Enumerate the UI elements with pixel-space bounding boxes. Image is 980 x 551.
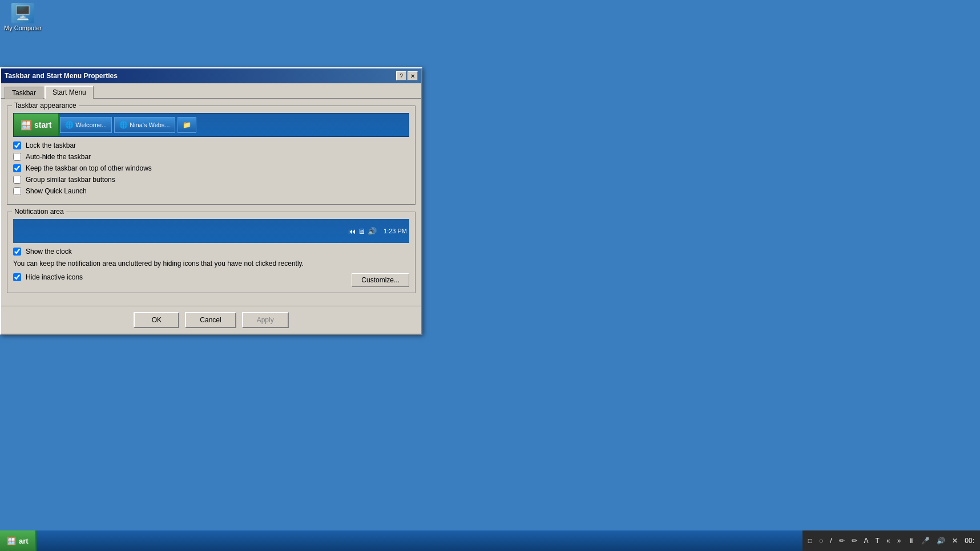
group-similar-row: Group similar taskbar buttons <box>13 176 409 184</box>
ann-text-t-icon[interactable]: T <box>873 536 882 546</box>
apply-button[interactable]: Apply <box>242 312 289 328</box>
ann-square-icon[interactable]: □ <box>806 536 814 546</box>
tab-taskbar[interactable]: Taskbar <box>5 87 43 99</box>
show-clock-label: Show the clock <box>26 248 72 256</box>
hide-inactive-checkbox-row: Hide inactive icons <box>13 273 352 281</box>
hide-inactive-label: Hide inactive icons <box>26 273 83 281</box>
auto-hide-checkbox[interactable] <box>13 153 21 161</box>
taskbar-preview-item-2: 🌐 Nina's Webs... <box>114 117 175 133</box>
show-clock-checkbox[interactable] <box>13 248 21 256</box>
ann-volume-icon[interactable]: 🔊 <box>934 536 947 546</box>
title-bar-buttons: ? ✕ <box>396 71 418 80</box>
windows-logo-taskbar: 🪟 <box>7 537 16 545</box>
show-quick-launch-label: Show Quick Launch <box>26 187 87 195</box>
taskbar-preview-item-1: 🌐 Welcome... <box>60 117 112 133</box>
ann-clock: 00: <box>962 536 977 546</box>
auto-hide-row: Auto-hide the taskbar <box>13 153 409 161</box>
title-bar: Taskbar and Start Menu Properties ? ✕ <box>1 68 421 83</box>
windows-logo: 🪟 <box>21 120 32 131</box>
hide-inactive-checkbox[interactable] <box>13 273 21 281</box>
start-button[interactable]: 🪟 art <box>0 530 37 551</box>
ann-text-a-icon[interactable]: A <box>862 536 871 546</box>
lock-taskbar-row: Lock the taskbar <box>13 141 409 149</box>
taskbar-preview: 🪟 start 🌐 Welcome... 🌐 Nina's Webs... 📁 <box>13 113 409 137</box>
notification-info-text: You can keep the notification area unclu… <box>13 259 409 269</box>
keep-on-top-checkbox[interactable] <box>13 164 21 172</box>
ann-mic-icon[interactable]: 🎤 <box>919 536 932 546</box>
tab-content: Taskbar appearance 🪟 start 🌐 Welcome... … <box>1 98 421 306</box>
notification-area-section: Notification area ⏮ 🖥 🔊 1:23 PM Show the… <box>7 212 416 293</box>
notification-area-title: Notification area <box>12 208 66 216</box>
lock-taskbar-checkbox[interactable] <box>13 141 21 149</box>
start-label-taskbar: art <box>19 537 29 545</box>
folder-icon: 📁 <box>183 121 191 129</box>
tab-bar: Taskbar Start Menu <box>1 83 421 98</box>
taskbar-preview-item-3: 📁 <box>178 117 196 133</box>
show-clock-row: Show the clock <box>13 248 409 256</box>
dialog-buttons: OK Cancel Apply <box>1 306 421 334</box>
collapse-arrows-icon: ⏮ <box>348 227 356 236</box>
show-quick-launch-checkbox[interactable] <box>13 187 21 195</box>
ann-line-icon[interactable]: / <box>828 536 834 546</box>
auto-hide-label: Auto-hide the taskbar <box>26 153 91 161</box>
my-computer-label: My Computer <box>4 25 42 31</box>
ann-close-icon[interactable]: ✕ <box>950 536 960 546</box>
tab-start-menu[interactable]: Start Menu <box>45 86 94 99</box>
ann-highlight-icon[interactable]: ✏ <box>849 536 860 546</box>
ann-prev-icon[interactable]: « <box>884 536 893 546</box>
ann-next-icon[interactable]: » <box>895 536 904 546</box>
group-similar-checkbox[interactable] <box>13 176 21 184</box>
welcome-icon: 🌐 <box>65 121 74 129</box>
ann-pause-icon[interactable]: ⏸ <box>905 536 917 546</box>
taskbar: 🪟 art □ ○ / ✏ ✏ A T « » ⏸ 🎤 🔊 ✕ 00: <box>0 530 980 551</box>
keep-on-top-row: Keep the taskbar on top of other windows <box>13 164 409 172</box>
volume-icon: 🔊 <box>368 227 377 236</box>
notification-preview: ⏮ 🖥 🔊 1:23 PM <box>13 219 409 243</box>
notification-time: 1:23 PM <box>384 228 407 234</box>
start-label: start <box>34 120 51 129</box>
desktop-icon-my-computer[interactable]: My Computer <box>3 3 43 31</box>
show-quick-launch-row: Show Quick Launch <box>13 187 409 195</box>
ann-circle-icon[interactable]: ○ <box>817 536 825 546</box>
notification-icons: ⏮ 🖥 🔊 1:23 PM <box>348 227 407 236</box>
network-icon: 🖥 <box>358 227 365 236</box>
customize-button[interactable]: Customize... <box>352 273 409 287</box>
nina-icon: 🌐 <box>119 121 128 129</box>
start-button-preview: 🪟 start <box>14 114 59 136</box>
keep-on-top-label: Keep the taskbar on top of other windows <box>26 164 152 172</box>
hide-inactive-row: Customize... Hide inactive icons <box>13 273 409 287</box>
taskbar-properties-dialog: Taskbar and Start Menu Properties ? ✕ Ta… <box>0 67 422 335</box>
dialog-title: Taskbar and Start Menu Properties <box>5 72 118 80</box>
cancel-button[interactable]: Cancel <box>185 312 236 328</box>
taskbar-appearance-section: Taskbar appearance 🪟 start 🌐 Welcome... … <box>7 106 416 205</box>
my-computer-icon <box>11 3 34 23</box>
lock-taskbar-label: Lock the taskbar <box>26 141 76 149</box>
ann-pen-icon[interactable]: ✏ <box>837 536 847 546</box>
group-similar-label: Group similar taskbar buttons <box>26 176 115 184</box>
taskbar-appearance-title: Taskbar appearance <box>12 102 79 110</box>
close-button[interactable]: ✕ <box>408 71 418 80</box>
help-button[interactable]: ? <box>396 71 406 80</box>
desktop: My Computer Taskbar and Start Menu Prope… <box>0 0 980 551</box>
annotation-toolbar: □ ○ / ✏ ✏ A T « » ⏸ 🎤 🔊 ✕ 00: <box>802 530 980 551</box>
ok-button[interactable]: OK <box>134 312 179 328</box>
